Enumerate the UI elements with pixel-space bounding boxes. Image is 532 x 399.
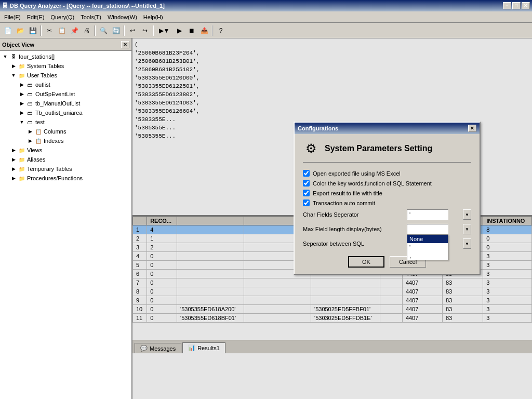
- copy-button[interactable]: 📋: [56, 25, 68, 36]
- menu-query[interactable]: Query(Q): [47, 13, 77, 21]
- tree-database[interactable]: ▼ 🗄 four_stations[]: [1, 52, 130, 61]
- checkbox-row-2: Color the key words,function of SQL Stat…: [303, 180, 471, 187]
- new-button[interactable]: 📄: [2, 25, 14, 36]
- option-quote[interactable]: ': [407, 243, 448, 251]
- expand-icon: ▶: [18, 99, 26, 108]
- char-sep-label: Char Fields Seperator: [303, 211, 407, 218]
- checkbox-color-label: Color the key words,function of SQL Stat…: [313, 180, 432, 187]
- tree-columns[interactable]: ▶ 📋 Columns: [26, 127, 130, 136]
- tree-temp-tables[interactable]: ▶ 📁 Temporary Tables: [9, 164, 130, 174]
- minimize-button[interactable]: −: [503, 2, 511, 9]
- checkbox-row-3: Export result to file with title: [303, 190, 471, 196]
- paste-button[interactable]: 📌: [69, 25, 80, 36]
- configurations-dialog: Configurations ✕ ⚙ System Parameters Set…: [294, 122, 481, 275]
- table-icon: 🗃: [26, 99, 34, 108]
- expand-icon: ▼: [1, 52, 9, 61]
- option-none[interactable]: None: [407, 235, 448, 243]
- object-view-close[interactable]: ✕: [121, 41, 129, 48]
- menu-file[interactable]: File(F): [1, 13, 24, 21]
- open-button[interactable]: 📂: [15, 25, 26, 36]
- maxfield-dropdown-list: None ' ,: [407, 234, 448, 260]
- object-view-title: Object View: [2, 42, 34, 48]
- checkbox-excel[interactable]: [303, 170, 310, 177]
- tree-table-test[interactable]: ▼ 🗃 test: [18, 117, 130, 127]
- ok-button[interactable]: OK: [348, 256, 384, 268]
- run-button[interactable]: ▶: [174, 25, 185, 36]
- maxfield-label: Max Field length display(bytes): [303, 226, 407, 232]
- checkbox-color[interactable]: [303, 180, 310, 187]
- export-button[interactable]: 📤: [198, 25, 210, 36]
- tree-table-uniarea[interactable]: ▶ 🗃 Tb_outlist_uniarea: [18, 108, 130, 117]
- run-dropdown[interactable]: ▶▼: [156, 25, 172, 36]
- object-view-header: Object View ✕: [0, 38, 131, 51]
- field-row-char: Char Fields Seperator ▼: [303, 209, 471, 220]
- title-bar: 🗄 DB Query Analyzer - [Query -- four_sta…: [0, 0, 532, 11]
- tree-table-outsp[interactable]: ▶ 🗃 OutSpEventList: [18, 89, 130, 99]
- expand-icon: ▶: [9, 62, 18, 70]
- stop-button[interactable]: ⏹: [186, 25, 197, 36]
- checkbox-excel-label: Open exported file using MS Excel: [313, 170, 401, 177]
- maxfield-dropdown[interactable]: ▼: [463, 224, 471, 234]
- procedures-label: Procedures/Functions: [27, 175, 83, 181]
- maximize-button[interactable]: □: [512, 2, 521, 9]
- checkbox-row-1: Open exported file using MS Excel: [303, 170, 471, 177]
- expand-icon: ▶: [26, 137, 34, 145]
- sep-sql-label: Seperator between SQL: [303, 241, 407, 247]
- option-comma[interactable]: ,: [407, 251, 448, 260]
- find-button[interactable]: 🔍: [98, 25, 109, 36]
- char-sep-dropdown[interactable]: ▼: [463, 209, 471, 220]
- tree-aliases[interactable]: ▶ 📁 Aliases: [9, 155, 130, 164]
- table-name: Tb_outlist_uniarea: [35, 110, 83, 116]
- tree-table-manual[interactable]: ▶ 🗃 tb_ManualOutList: [18, 99, 130, 108]
- folder-icon: 📁: [18, 62, 26, 70]
- expand-icon: ▼: [18, 118, 26, 126]
- dialog-heading: System Parameters Setting: [325, 144, 432, 153]
- views-label: Views: [27, 147, 42, 153]
- table-icon: 🗃: [26, 109, 34, 117]
- expand-icon: ▶: [18, 81, 26, 89]
- columns-label: Columns: [44, 128, 66, 135]
- user-tables-label: User Tables: [27, 72, 57, 78]
- expand-icon: ▶: [9, 146, 18, 154]
- dialog-close-button[interactable]: ✕: [468, 125, 476, 132]
- table-name: outlist: [35, 82, 50, 88]
- expand-icon: ▶: [9, 174, 18, 182]
- title-bar-buttons: − □ ✕: [503, 2, 530, 9]
- close-button[interactable]: ✕: [522, 2, 530, 9]
- tree-user-tables[interactable]: ▼ 📁 User Tables: [9, 71, 130, 80]
- tree-table-outlist[interactable]: ▶ 🗃 outlist: [18, 80, 130, 89]
- toolbar-sep1: [41, 25, 42, 36]
- indexes-icon: 📋: [34, 137, 43, 145]
- system-tables-label: System Tables: [27, 63, 64, 69]
- tree-procedures[interactable]: ▶ 📁 Procedures/Functions: [9, 174, 130, 183]
- title-bar-text: DB Query Analyzer - [Query -- four_stati…: [10, 3, 503, 9]
- temp-tables-label: Temporary Tables: [27, 166, 72, 172]
- refresh-button[interactable]: 🔄: [110, 25, 122, 36]
- table-icon: 🗃: [26, 118, 34, 126]
- help-button[interactable]: ?: [215, 25, 227, 36]
- db-name: four_stations[]: [19, 54, 55, 60]
- save-button[interactable]: 💾: [27, 25, 38, 36]
- expand-icon: ▶: [18, 109, 26, 117]
- redo-button[interactable]: ↪: [139, 25, 151, 36]
- maxfield-control: ▼ None ' ,: [407, 224, 471, 234]
- checkbox-export[interactable]: [303, 190, 310, 196]
- print-button[interactable]: 🖨: [81, 25, 92, 36]
- tree-indexes[interactable]: ▶ 📋 Indexes: [26, 136, 130, 145]
- undo-button[interactable]: ↩: [127, 25, 138, 36]
- tree-views[interactable]: ▶ 📁 Views: [9, 145, 130, 155]
- tree-system-tables[interactable]: ▶ 📁 System Tables: [9, 61, 130, 71]
- char-sep-input[interactable]: [407, 209, 448, 220]
- temp-icon: 📁: [18, 165, 26, 173]
- cut-button[interactable]: ✂: [44, 25, 55, 36]
- menu-tools[interactable]: Tools(T): [77, 13, 104, 21]
- menu-help[interactable]: Help(H): [140, 13, 166, 21]
- object-view-panel: Object View ✕ ▼ 🗄 four_stations[] ▶ 📁 Sy…: [0, 38, 132, 399]
- sep-sql-dropdown[interactable]: ▼: [463, 238, 471, 249]
- maxfield-input[interactable]: [407, 224, 448, 234]
- expand-icon: ▶: [9, 155, 18, 164]
- menu-window[interactable]: Window(W): [104, 13, 140, 21]
- menu-edit[interactable]: Edit(E): [24, 13, 48, 21]
- checkbox-autocommit[interactable]: [303, 200, 310, 206]
- toolbar-sep2: [95, 25, 96, 36]
